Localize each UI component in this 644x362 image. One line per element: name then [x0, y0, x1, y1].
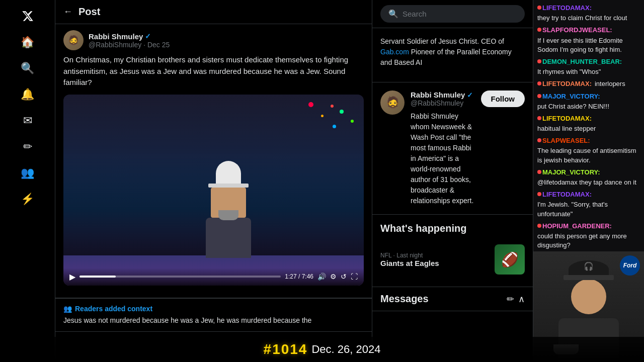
chat-message: DEMON_HUNTER_BEAR:It rhymes with "Whos": [533, 56, 644, 78]
video-player[interactable]: ▶ 1:27 / 7:46 🔊 ⚙ ↺ ⛶: [63, 95, 364, 286]
video-controls: ▶ 1:27 / 7:46 🔊 ⚙ ↺ ⛶: [63, 268, 364, 286]
tweet-author-handle: @RabbiShmuley: [89, 41, 141, 49]
main-content: ← Post 🧔 Rabbi Shmuley ✓ @RabbiShmuley ·…: [55, 0, 372, 362]
video-time: 1:27 / 7:46: [285, 273, 313, 280]
context-note: 👥 Readers added context Jesus was not mu…: [55, 298, 372, 332]
chat-message: HOPIUM_GARDENER:could this person get an…: [533, 220, 644, 251]
messages-nav-icon[interactable]: ✉: [16, 109, 40, 133]
bottom-hashtag: #1014: [264, 341, 308, 357]
back-arrow-icon[interactable]: ←: [63, 7, 72, 17]
trending-item[interactable]: NFL · Last night Giants at Eagles 🏈: [380, 240, 525, 279]
progress-fill: [79, 276, 116, 278]
post-title: Post: [78, 6, 100, 18]
mute-icon[interactable]: 🔊: [317, 273, 326, 281]
new-message-icon[interactable]: ✏: [507, 294, 514, 305]
context-text: Jesus was not murdered because he was a …: [63, 316, 364, 326]
trending-left: NFL · Last night Giants at Eagles: [380, 252, 495, 267]
search-bar: 🔍: [372, 0, 533, 28]
person-head: [571, 279, 606, 314]
chat-area: LIFETODAMAX:they try to claim Christ for…: [533, 0, 644, 251]
profile-nav-icon[interactable]: 👥: [16, 161, 40, 185]
bottom-bar: #1014 Dec. 26, 2024: [0, 337, 644, 362]
bottom-date: Dec. 26, 2024: [311, 343, 380, 356]
tweet-author-avatar[interactable]: 🧔: [63, 30, 84, 50]
play-button[interactable]: ▶: [69, 272, 75, 282]
tweet-author-name: Rabbi Shmuley: [89, 32, 143, 41]
profile-avatar[interactable]: 🧔: [380, 90, 405, 115]
tweet-author-handle-date: @RabbiShmuley · Dec 25: [89, 41, 364, 49]
messages-section: Messages ✏ ∧: [372, 287, 533, 311]
profile-card: 🧔 Rabbi Shmuley ✓ @RabbiShmuley Rabbi Sh…: [372, 82, 533, 215]
tweet-text: On Christmas, my Christian brothers and …: [63, 54, 364, 88]
whats-happening: What's happening NFL · Last night Giants…: [372, 215, 533, 287]
trending-title: Giants at Eagles: [380, 259, 495, 267]
notifications-nav-icon[interactable]: 🔔: [16, 82, 40, 107]
whats-happening-title: What's happening: [380, 223, 525, 234]
messages-icons: ✏ ∧: [507, 294, 525, 305]
fullscreen-icon[interactable]: ⛶: [351, 273, 358, 281]
tweet-card: 🧔 Rabbi Shmuley ✓ @RabbiShmuley · Dec 25…: [55, 24, 372, 298]
rotate-icon[interactable]: ↺: [341, 273, 347, 281]
profile-name: Rabbi Shmuley: [411, 90, 465, 99]
post-header: ← Post: [55, 0, 372, 24]
chat-message: SLAPFORDJWEASEL:If I ever see this littl…: [533, 24, 644, 56]
tweet-author-info: Rabbi Shmuley ✓ @RabbiShmuley · Dec 25: [89, 32, 364, 49]
progress-bar[interactable]: [79, 276, 281, 278]
profile-handle: @RabbiShmuley: [411, 99, 475, 107]
follow-button[interactable]: Follow: [481, 90, 525, 107]
search-icon: 🔍: [388, 9, 398, 19]
bio-text: Servant Soldier of Jesus Christ. CEO of …: [380, 36, 525, 68]
chat-message: LIFETODAMAX:they try to claim Christ for…: [533, 2, 644, 24]
chat-message: MAJOR_VICTORY:put Christ aside? NEIN!!!: [533, 90, 644, 113]
search-input-wrap: 🔍: [380, 5, 525, 23]
chat-message: LIFETODAMAX:I'm Jewish. "Sorry, that's u…: [533, 189, 644, 220]
tweet-verified-badge: ✓: [145, 32, 151, 40]
tweet-author-row: 🧔 Rabbi Shmuley ✓ @RabbiShmuley · Dec 25: [63, 30, 364, 50]
tweet-author-name-row: Rabbi Shmuley ✓: [89, 32, 364, 41]
tweet-author-date: Dec 25: [147, 41, 170, 49]
right-panel: 🔍 Servant Soldier of Jesus Christ. CEO o…: [372, 0, 533, 362]
search-nav-icon[interactable]: 🔍: [16, 56, 40, 80]
home-nav-icon[interactable]: 🏠: [16, 30, 40, 54]
context-persons-icon: 👥: [63, 305, 72, 313]
search-input[interactable]: [403, 10, 517, 18]
chat-message: MAJOR_VICTORY:@lifetodamax they tap danc…: [533, 166, 644, 189]
stream-panel: LIFETODAMAX:they try to claim Christ for…: [533, 0, 644, 362]
profile-name-row: Rabbi Shmuley ✓: [411, 90, 475, 99]
bio-section: Servant Soldier of Jesus Christ. CEO of …: [372, 28, 533, 82]
lightning-nav-icon[interactable]: ⚡: [16, 187, 40, 211]
chat-message: LIFETODAMAX:habitual line stepper: [533, 113, 644, 135]
messages-title: Messages: [380, 293, 429, 305]
chat-message: LIFETODAMAX:interlopers: [533, 78, 644, 90]
profile-verified-badge: ✓: [467, 91, 473, 99]
profile-bio: Rabbi Shmuley whom Newsweek & Wash Post …: [411, 111, 475, 206]
chat-message: SLAPWEASEL:The leading cause of antisemi…: [533, 135, 644, 166]
video-thumbnail: [63, 95, 364, 286]
trending-category: NFL · Last night: [380, 252, 495, 259]
ford-logo: Ford: [620, 255, 640, 276]
x-logo-icon[interactable]: [16, 4, 40, 28]
left-sidebar: 🏠 🔍 🔔 ✉ ✏ 👥 ⚡: [0, 0, 55, 362]
expand-icon[interactable]: ∧: [518, 294, 525, 305]
person-hat-brim: [564, 275, 614, 280]
profile-info: Rabbi Shmuley ✓ @RabbiShmuley Rabbi Shmu…: [411, 90, 475, 206]
context-label: 👥 Readers added context: [63, 305, 364, 313]
trending-thumbnail: 🏈: [495, 244, 525, 275]
settings-icon[interactable]: ⚙: [330, 273, 337, 281]
compose-nav-icon[interactable]: ✏: [16, 135, 40, 159]
bio-link[interactable]: Gab.com: [380, 48, 409, 56]
